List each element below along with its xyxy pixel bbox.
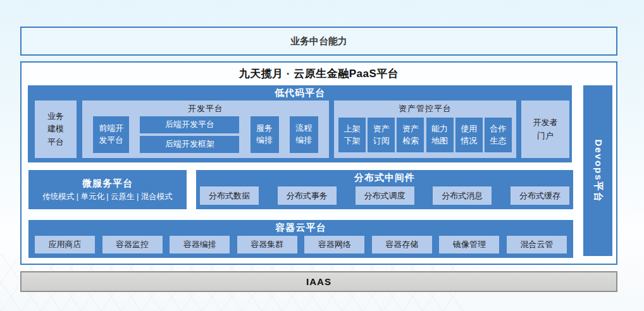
- frontend-dev-platform-box: 前端开发平台: [93, 116, 129, 153]
- asset-item-box: 资产订阅: [368, 118, 395, 152]
- distributed-middleware-group: 分布式中间件 分布式数据 分布式事务 分布式调度 分布式消息 分布式缓存: [196, 170, 573, 209]
- asset-item-label: 资产订阅: [372, 123, 391, 147]
- middleware-item-box: 分布式数据: [200, 186, 259, 205]
- lowcode-platform-group: 低代码平台 业务建模平台 开发平台 前端开发平台 后端开发平台 后端开发框架 服…: [28, 85, 572, 162]
- asset-item-label: 能力地图: [430, 123, 449, 147]
- asset-item-label: 合作生态: [488, 123, 507, 147]
- microservice-platform-modes: 传统模式 | 单元化 | 云原生 | 混合模式: [42, 192, 173, 202]
- container-item-box: 混合云管: [507, 236, 567, 253]
- iaas-bar: IAAS: [20, 271, 617, 292]
- asset-item-label: 资产检索: [401, 123, 420, 147]
- middleware-item-box: 分布式消息: [433, 186, 492, 205]
- asset-item-label: 使用情况: [459, 123, 478, 147]
- container-cloud-title: 容器云平台: [28, 220, 573, 234]
- middleware-item-box: 分布式缓存: [511, 186, 569, 205]
- microservice-platform-box: 微服务平台 传统模式 | 单元化 | 云原生 | 混合模式: [28, 170, 187, 209]
- asset-control-platform-title: 资产管控平台: [334, 101, 516, 114]
- container-item-box: 容器集群: [237, 236, 297, 253]
- container-item-box: 镜像管理: [439, 236, 499, 253]
- container-item-box: 容器编排: [170, 236, 230, 253]
- asset-item-box: 合作生态: [485, 118, 512, 152]
- container-cloud-group: 容器云平台 应用商店 容器监控 容器编排 容器集群 容器网络 容器存储 镜像管理…: [28, 220, 573, 258]
- asset-item-label: 上架下架: [343, 123, 362, 147]
- distributed-middleware-content: 分布式数据 分布式事务 分布式调度 分布式消息 分布式缓存: [200, 186, 569, 205]
- business-modeling-platform-label: 业务建模平台: [46, 110, 66, 148]
- business-midplatform-banner: 业务中台能力: [20, 27, 617, 56]
- container-item-box: 容器存储: [372, 236, 432, 253]
- middleware-item-box: 分布式调度: [356, 186, 414, 205]
- lowcode-platform-title: 低代码平台: [28, 85, 572, 99]
- service-orchestration-box: 服务编排: [251, 116, 279, 153]
- paas-platform-title: 九天揽月 · 云原生金融PaaS平台: [22, 66, 616, 81]
- developer-portal-box: 开发者门户: [521, 101, 569, 158]
- container-cloud-content: 应用商店 容器监控 容器编排 容器集群 容器网络 容器存储 镜像管理 混合云管: [35, 236, 567, 253]
- service-orchestration-label: 服务编排: [256, 123, 273, 147]
- developer-portal-label: 开发者门户: [530, 116, 560, 142]
- business-modeling-platform-box: 业务建模平台: [35, 101, 77, 158]
- container-item-box: 容器监控: [102, 236, 163, 253]
- backend-dev-framework-box: 后端开发框架: [140, 136, 239, 153]
- distributed-middleware-title: 分布式中间件: [196, 170, 573, 184]
- dev-platform-title: 开发平台: [82, 101, 329, 114]
- backend-dev-platform-box: 后端开发平台: [140, 116, 239, 133]
- dev-platform-content: 前端开发平台 后端开发平台 后端开发框架 服务编排 流程编排: [82, 116, 329, 153]
- business-midplatform-label: 业务中台能力: [290, 35, 347, 47]
- asset-item-box: 上架下架: [338, 118, 366, 152]
- paas-platform-panel: 九天揽月 · 云原生金融PaaS平台 低代码平台 业务建模平台 开发平台 前端开…: [20, 61, 617, 265]
- container-item-box: 应用商店: [35, 236, 95, 253]
- devops-platform-bar: Devops平台: [583, 85, 612, 256]
- asset-item-box: 资产检索: [397, 118, 424, 152]
- backend-dev-column: 后端开发平台 后端开发框架: [140, 116, 239, 153]
- process-orchestration-box: 流程编排: [290, 116, 318, 153]
- asset-control-platform-content: 上架下架 资产订阅 资产检索 能力地图 使用情况 合作生态: [338, 118, 512, 152]
- asset-item-box: 使用情况: [455, 118, 483, 152]
- devops-platform-label: Devops平台: [592, 139, 604, 202]
- container-item-box: 容器网络: [304, 236, 364, 253]
- dev-platform-group: 开发平台 前端开发平台 后端开发平台 后端开发框架 服务编排 流程编排: [82, 101, 329, 158]
- microservice-platform-title: 微服务平台: [82, 178, 133, 190]
- process-orchestration-label: 流程编排: [295, 123, 313, 147]
- asset-control-platform-group: 资产管控平台 上架下架 资产订阅 资产检索 能力地图 使用情况 合作生态: [334, 101, 516, 158]
- iaas-label: IAAS: [306, 276, 331, 287]
- middleware-item-box: 分布式事务: [278, 186, 337, 205]
- asset-item-box: 能力地图: [426, 118, 454, 152]
- lowcode-platform-content: 业务建模平台 开发平台 前端开发平台 后端开发平台 后端开发框架 服务编排 流程…: [28, 101, 572, 158]
